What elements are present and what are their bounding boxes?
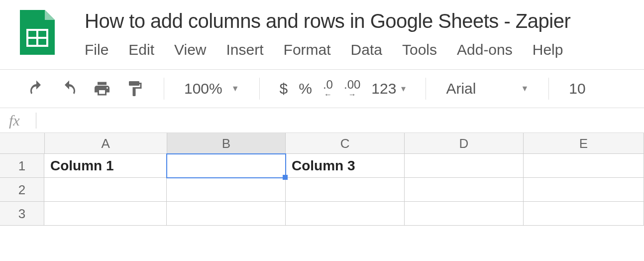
cell-C3[interactable] [286, 202, 405, 226]
arrow-left-icon: ← [324, 91, 332, 99]
column-header-A[interactable]: A [45, 133, 167, 154]
increase-decimal-button[interactable]: .00 → [344, 79, 360, 99]
cell-B2[interactable] [167, 178, 286, 202]
menu-help[interactable]: Help [533, 41, 563, 58]
cell-D2[interactable] [405, 178, 524, 202]
zoom-value: 100% [184, 80, 222, 97]
cell-A3[interactable] [44, 202, 167, 226]
menu-format[interactable]: Format [284, 41, 331, 58]
zoom-selector[interactable]: 100% ▼ [184, 80, 239, 97]
menu-view[interactable]: View [174, 41, 206, 58]
paint-format-icon[interactable] [126, 80, 144, 98]
menu-bar: File Edit View Insert Format Data Tools … [85, 41, 644, 58]
row-header-2[interactable]: 2 [0, 178, 44, 202]
column-header-B[interactable]: B [167, 133, 286, 154]
cell-E3[interactable] [524, 202, 644, 226]
currency-format-button[interactable]: $ [280, 80, 288, 97]
percent-format-button[interactable]: % [299, 80, 312, 97]
column-header-E[interactable]: E [524, 133, 644, 154]
more-formats-button[interactable]: 123 ▾ [371, 80, 406, 97]
menu-data[interactable]: Data [351, 41, 382, 58]
caret-down-icon: ▼ [521, 84, 529, 93]
cell-B3[interactable] [167, 202, 286, 226]
menu-tools[interactable]: Tools [402, 41, 437, 58]
menu-edit[interactable]: Edit [128, 41, 154, 58]
redo-icon[interactable] [60, 80, 78, 98]
cell-C2[interactable] [286, 178, 405, 202]
column-header-C[interactable]: C [286, 133, 405, 154]
toolbar: 100% ▼ $ % .0 ← .00 → 123 ▾ Arial ▼ 10 [0, 69, 644, 108]
cell-A1[interactable]: Column 1 [44, 154, 167, 178]
selection-handle[interactable] [283, 175, 288, 180]
row-header-1[interactable]: 1 [0, 154, 44, 178]
decrease-decimal-button[interactable]: .0 ← [323, 79, 333, 99]
column-header-D[interactable]: D [405, 133, 524, 154]
print-icon[interactable] [93, 80, 111, 98]
cell-D1[interactable] [405, 154, 524, 178]
cell-D3[interactable] [405, 202, 524, 226]
spreadsheet-grid: A B C D E 1 Column 1 Column 3 2 3 [0, 133, 644, 226]
formula-bar: fx [0, 108, 644, 133]
sheets-doc-icon[interactable] [20, 10, 55, 55]
undo-icon[interactable] [27, 80, 45, 98]
document-title[interactable]: How to add columns and rows in Google Sh… [85, 10, 644, 32]
select-all-corner[interactable] [0, 133, 45, 154]
menu-insert[interactable]: Insert [226, 41, 264, 58]
arrow-right-icon: → [348, 91, 356, 99]
cell-E2[interactable] [524, 178, 644, 202]
cell-B1[interactable] [167, 154, 286, 178]
menu-file[interactable]: File [85, 41, 108, 58]
cell-A2[interactable] [44, 178, 167, 202]
caret-down-icon: ▼ [231, 84, 239, 93]
cell-E1[interactable] [524, 154, 644, 178]
menu-addons[interactable]: Add-ons [457, 41, 513, 58]
cell-C1[interactable]: Column 3 [286, 154, 405, 178]
row-header-3[interactable]: 3 [0, 202, 44, 226]
formula-input[interactable] [36, 108, 635, 132]
caret-down-icon: ▾ [401, 83, 406, 94]
fx-label: fx [9, 112, 20, 129]
font-selector[interactable]: Arial ▼ [446, 80, 529, 97]
font-size-selector[interactable]: 10 [569, 80, 585, 97]
